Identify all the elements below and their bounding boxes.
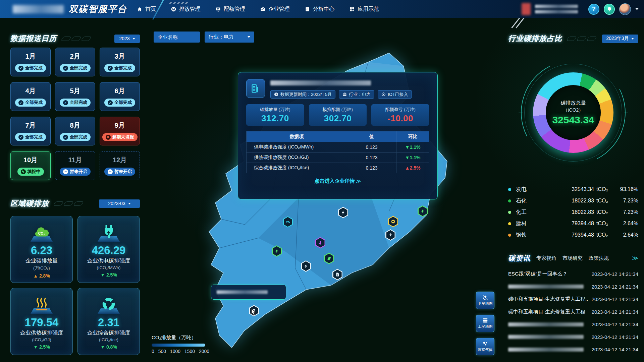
legend-row-building-materials: 建材 79394.48 tCO₂ 2.64%	[508, 218, 638, 229]
month-card-jun[interactable]: 6月 全部完成	[100, 82, 140, 111]
check-icon	[18, 135, 23, 140]
month-card-jan[interactable]: 1月 全部完成	[10, 48, 51, 76]
popup-header-right: 数据更新时间：2023年5月 行业：电力 IOT已接入	[270, 79, 429, 99]
calendar-year-value: 2023	[119, 36, 129, 41]
legend-gradient-bar	[152, 344, 205, 347]
working-condition-map-button[interactable]: 工况地图	[476, 315, 494, 332]
news-item[interactable]: 2023-04-12 14:21:34	[508, 318, 638, 331]
metric-value: 179.54	[25, 316, 59, 328]
company-building-icon	[246, 79, 265, 98]
calendar-section-title: 数据报送日历	[10, 34, 57, 44]
month-label: 2月	[70, 52, 80, 61]
month-card-feb[interactable]: 2月 全部完成	[55, 48, 95, 76]
platform-title: 双碳智服平台	[69, 3, 127, 15]
check-icon	[63, 135, 68, 140]
metric-unit: (tCO₂/tce)	[99, 337, 118, 342]
month-card-nov[interactable]: 11月 暂未开启	[55, 151, 95, 180]
enterprise-detail-link[interactable]: 点击进入企业详情 ≫	[246, 178, 429, 184]
news-item[interactable]: ESG跟“双碳”是一回事么？ 2023-04-12 14:21:34	[508, 268, 638, 281]
nav-item-demo[interactable]: 应用示范	[349, 6, 379, 13]
nav-item-enterprise[interactable]: 企业管理	[260, 6, 290, 13]
tab-policy[interactable]: 政策法规	[589, 255, 609, 261]
industry-badge: 行业：电力	[339, 90, 374, 99]
donut-center-value: 32543.34	[552, 114, 594, 126]
month-card-oct[interactable]: 10月 填报中	[10, 151, 51, 180]
lightning-icon	[304, 264, 308, 268]
map-filter-bar: 行业：电力	[154, 32, 254, 43]
calendar-year-select[interactable]: 2023	[114, 35, 140, 43]
news-item[interactable]: 2023-04-12 14:21:34	[508, 331, 638, 344]
layer-button-label: 工况地图	[478, 324, 493, 329]
nav-item-label: 应用示范	[358, 6, 379, 13]
metric-delta: ▼ 0.8%	[100, 344, 117, 350]
emission-icon	[171, 6, 176, 12]
nav-item-analysis[interactable]: 分析中心	[305, 6, 334, 13]
calendar-section-header: 数据报送日历 2023	[10, 34, 140, 44]
notification-button[interactable]	[604, 4, 615, 15]
status-badge: 填报中	[17, 168, 44, 176]
news-title-redacted	[508, 322, 584, 326]
tab-expert-view[interactable]: 专家视角	[536, 255, 556, 261]
enterprise-popup: 数据更新时间：2023年5月 行业：电力 IOT已接入 碳排放量 (万吨) 31…	[238, 72, 438, 199]
legend-row-power: 发电 32543.34 tCO₂ 93.16%	[508, 184, 638, 195]
month-card-apr[interactable]: 4月 全部完成	[10, 82, 51, 111]
legend-row-petrochemical: 石化 18022.83 tCO₂ 7.23%	[508, 195, 638, 206]
metric-unit: (tCO₂/MWh)	[97, 265, 121, 270]
month-card-dec[interactable]: 12月 暂未开启	[100, 151, 140, 180]
help-button[interactable]: ?	[588, 4, 599, 15]
nav-item-quota[interactable]: 配额管理	[215, 6, 245, 13]
simulated-quota-box: 模拟配额 (万吨) 302.70	[309, 104, 367, 126]
month-card-sep[interactable]: 9月 超期未填报	[100, 117, 140, 145]
month-card-may[interactable]: 5月 全部完成	[55, 82, 95, 111]
metric-value: 6.23	[31, 244, 52, 256]
legend-dot	[508, 211, 511, 214]
status-badge: 全部完成	[60, 133, 91, 141]
news-title-redacted	[508, 335, 584, 339]
user-avatar[interactable]	[619, 3, 631, 15]
news-item[interactable]: 2023-04-12 14:21:34	[508, 281, 638, 293]
satellite-map-button[interactable]: 卫星地图	[476, 292, 494, 309]
nav-item-emission[interactable]: 排放管理	[171, 6, 201, 13]
legend-dot	[508, 199, 511, 202]
layer-button-label: 温室气体	[478, 347, 493, 352]
lightning-icon	[420, 209, 425, 214]
metric-delta: ▼ 2.5%	[100, 272, 117, 278]
news-title-redacted	[508, 348, 584, 352]
news-more-link[interactable]: ≫	[632, 254, 638, 262]
tab-market-research[interactable]: 市场研究	[562, 255, 583, 261]
company-search-input[interactable]	[154, 32, 200, 43]
region-month-select[interactable]: 2023-03	[99, 199, 140, 208]
table-row: 综合碳排放强度 (tCO₂/tce) 0.123 ▲2.5%	[247, 163, 429, 173]
iot-badge: IOT已接入	[378, 90, 412, 99]
nav-item-home[interactable]: 首页	[137, 6, 156, 13]
metric-unit: (万tCO₂)	[33, 265, 50, 271]
month-card-jul[interactable]: 7月 全部完成	[10, 117, 51, 145]
news-item[interactable]: 碳中和五期项目-生态修复重大工程 2023-04-12 14:21:34	[508, 306, 638, 318]
chevron-down-icon[interactable]	[635, 8, 639, 10]
metric-label: 企业综合碳排强度	[87, 329, 130, 337]
status-badge: 暂未开启	[104, 168, 135, 176]
power-plug-icon	[101, 224, 116, 240]
enterprise-icon	[260, 6, 266, 12]
news-item[interactable]: 2023-04-12 14:21:34	[508, 343, 638, 356]
greenhouse-gas-button[interactable]: 温室气体	[476, 338, 494, 355]
news-item[interactable]: 碳中和五期项目-生态修复重大工程... 2023-04-12 14:21:34	[508, 293, 638, 306]
layer-button-label: 卫星地图	[478, 301, 493, 306]
account-logo-redacted	[522, 3, 531, 15]
month-card-mar[interactable]: 3月 全部完成	[100, 48, 140, 76]
composite-icon	[101, 296, 116, 312]
month-label: 4月	[25, 86, 36, 96]
legend-row-chemical: 化工 18022.83 tCO₂ 7.23%	[508, 206, 638, 218]
lightning-icon	[388, 233, 393, 237]
report-calendar-grid: 1月 全部完成 2月 全部完成 3月 全部完成 4月 全部完成 5月 全部完成 …	[10, 48, 140, 180]
industry-month-select[interactable]: 2023年3月	[602, 35, 638, 43]
nav-item-label: 排放管理	[179, 6, 201, 13]
month-card-aug[interactable]: 8月 全部完成	[55, 117, 95, 145]
metric-card-heat-intensity: 179.54 企业供热碳排强度 (tCO₂/GJ) ▼ 2.5%	[10, 288, 73, 355]
x-icon	[106, 135, 111, 140]
check-icon	[18, 100, 23, 105]
demo-icon	[349, 6, 355, 12]
document-icon	[335, 272, 340, 277]
region-section-header: 区域碳排放 2023-03	[10, 198, 140, 208]
industry-select[interactable]: 行业：电力	[205, 32, 254, 43]
